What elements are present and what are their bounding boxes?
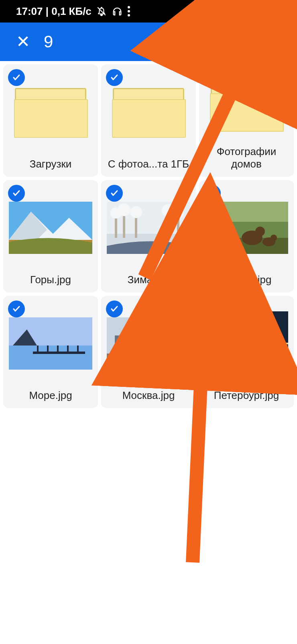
card-label: Москва.jpg: [122, 389, 175, 402]
close-selection-button[interactable]: ✕: [16, 33, 30, 50]
signal-icon: [242, 10, 250, 19]
image-card[interactable]: Зима.jpg: [101, 180, 196, 292]
card-label: Горы.jpg: [30, 274, 71, 286]
card-label: Зима.jpg: [128, 274, 169, 286]
selection-checkbox[interactable]: [204, 301, 221, 317]
selection-checkbox[interactable]: [8, 301, 25, 317]
image-thumbnail: [107, 202, 190, 254]
folder-card[interactable]: Фотографии домов: [199, 64, 294, 177]
status-bar: 17:07 | 0,1 КБ/с 4G 19: [0, 0, 297, 22]
selection-checkbox[interactable]: [8, 185, 25, 202]
image-thumbnail: [205, 311, 288, 364]
folder-icon: [113, 88, 184, 136]
card-label: Мишки.jpg: [222, 274, 272, 286]
image-card[interactable]: Горы.jpg: [3, 180, 98, 292]
selection-checkbox[interactable]: [106, 185, 123, 202]
folder-card[interactable]: С фотоа...та 1ГБ: [101, 64, 196, 177]
status-time: 17:07 | 0,1 КБ/с: [16, 5, 92, 18]
image-thumbnail: [9, 202, 92, 254]
bluetooth-icon: [227, 6, 236, 16]
card-label: Загрузки: [30, 158, 72, 170]
image-card[interactable]: Санкт-Петербург.jpg: [199, 296, 294, 408]
folder-icon: [15, 88, 86, 136]
card-label: С фотоа...та 1ГБ: [108, 158, 189, 170]
image-thumbnail: [107, 317, 190, 370]
card-label: Фотографии домов: [203, 145, 290, 170]
image-thumbnail: [205, 202, 288, 254]
folder-icon: [211, 82, 282, 130]
selection-checkbox[interactable]: [106, 301, 123, 317]
airplane-icon[interactable]: [207, 33, 224, 50]
image-card[interactable]: Море.jpg: [3, 296, 98, 408]
battery-indicator: 19: [256, 6, 274, 17]
card-label: Море.jpg: [29, 389, 72, 402]
card-label: Санкт-Петербург.jpg: [203, 377, 290, 402]
image-card[interactable]: Мишки.jpg: [199, 180, 294, 292]
more-status-icon: [128, 4, 130, 18]
selection-checkbox[interactable]: [204, 185, 221, 202]
network-type: 4G: [243, 4, 249, 9]
file-grid: ЗагрузкиС фотоа...та 1ГБФотографии домов…: [0, 61, 297, 411]
image-card[interactable]: Москва.jpg: [101, 296, 196, 408]
selection-appbar: ✕ 9: [0, 22, 297, 61]
more-options-button[interactable]: [271, 30, 289, 53]
headphones-icon: [112, 6, 123, 17]
charging-icon: [279, 6, 286, 17]
selection-checkbox[interactable]: [8, 69, 25, 86]
folder-card[interactable]: Загрузки: [3, 64, 98, 177]
selection-checkbox[interactable]: [106, 69, 123, 86]
bell-off-icon: [96, 6, 107, 16]
share-icon[interactable]: [239, 34, 255, 50]
selection-count: 9: [44, 32, 53, 51]
image-thumbnail: [9, 317, 92, 370]
